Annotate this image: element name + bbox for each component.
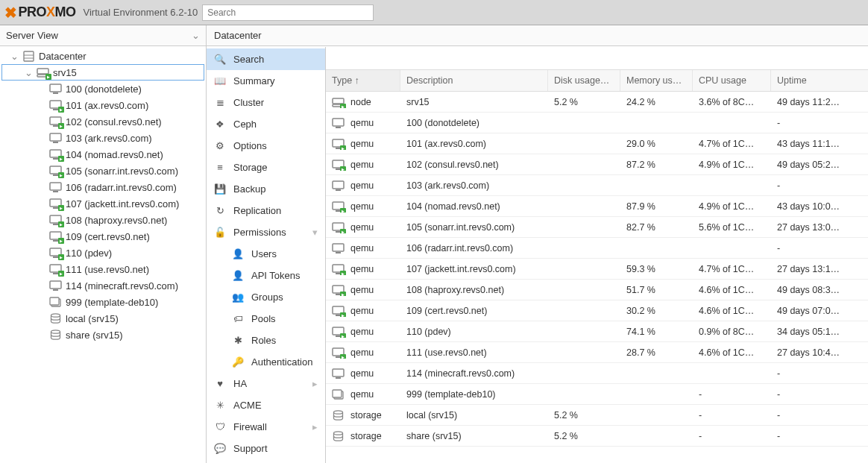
col-header-type[interactable]: Type ↑ — [326, 70, 400, 91]
menu-item-support[interactable]: 💬Support — [207, 438, 325, 459]
tree-item[interactable]: 105 (sonarr.int.revs0.com) — [0, 163, 206, 179]
cell-memory: 24.2 % — [620, 97, 693, 107]
table-row[interactable]: qemu106 (radarr.int.revs0.com)- — [326, 238, 868, 259]
menu-item-summary[interactable]: 📖Summary — [207, 70, 325, 92]
menu-item-search[interactable]: 🔍Search — [207, 48, 325, 70]
table-row[interactable]: qemu111 (use.revs0.net)28.7 %4.6% of 1C…… — [326, 342, 868, 363]
tree-item[interactable]: 999 (template-deb10) — [0, 294, 206, 310]
tree-item-label: share (srv15) — [66, 330, 123, 341]
menu-item-backup[interactable]: 💾Backup — [207, 178, 325, 200]
menu-item-users[interactable]: 👤Users — [207, 243, 325, 265]
tree-item[interactable]: local (srv15) — [0, 310, 206, 327]
cell-uptime: 49 days 11:2… — [771, 97, 849, 107]
tree-item-label: 110 (pdev) — [66, 248, 112, 259]
breadcrumb-text: Datacenter — [214, 30, 262, 41]
menu-item-cluster[interactable]: ≣Cluster — [207, 92, 325, 113]
menu-item-authentication[interactable]: 🔑Authentication — [207, 351, 325, 373]
tree-item[interactable]: ⌄Datacenter — [0, 48, 206, 64]
cell-description: 109 (cert.revs0.net) — [400, 306, 548, 316]
cell-description: 114 (minecraft.revs0.com) — [400, 368, 548, 379]
table-row[interactable]: qemu100 (donotdelete)- — [326, 113, 868, 133]
table-row[interactable]: qemu105 (sonarr.int.revs0.com)82.7 %5.6%… — [326, 217, 868, 238]
menu-item-roles[interactable]: ✱Roles — [207, 330, 325, 351]
menu-item-pools[interactable]: 🏷Pools — [207, 308, 325, 330]
ceph-icon: ❖ — [214, 119, 226, 130]
table-row[interactable]: qemu107 (jackett.int.revs0.com)59.3 %4.7… — [326, 259, 868, 280]
tree-item[interactable]: 111 (use.revs0.net) — [0, 261, 206, 277]
tree-item[interactable]: 108 (haproxy.revs0.net) — [0, 212, 206, 228]
global-search-input[interactable] — [202, 4, 374, 21]
cell-memory: 29.0 % — [620, 139, 693, 149]
tree-item[interactable]: 102 (consul.revs0.net) — [0, 113, 206, 130]
view-select[interactable]: Server View ⌄ — [0, 25, 206, 46]
vm-icon — [332, 242, 345, 254]
tree-item[interactable]: 101 (ax.revs0.com) — [0, 97, 206, 113]
col-header-memory[interactable]: Memory us… — [620, 70, 693, 91]
table-row[interactable]: qemu104 (nomad.revs0.net)87.9 %4.9% of 1… — [326, 196, 868, 217]
table-row[interactable]: qemu103 (ark.revs0.com)- — [326, 175, 868, 196]
cell-memory: 82.7 % — [620, 222, 693, 233]
table-row[interactable]: qemu102 (consul.revs0.net)87.2 %4.9% of … — [326, 154, 868, 175]
tree-item[interactable]: 107 (jackett.int.revs0.com) — [0, 195, 206, 212]
table-row[interactable]: storageshare (srv15)5.2 %-- — [326, 426, 868, 447]
table-row[interactable]: qemu999 (template-deb10)-- — [326, 384, 868, 405]
tree-item[interactable]: ⌄srv15 — [1, 64, 204, 81]
tree-item-label: 106 (radarr.int.revs0.com) — [66, 182, 177, 193]
menu-item-label: Options — [233, 140, 267, 151]
table-row[interactable]: qemu101 (ax.revs0.com)29.0 %4.7% of 1C…4… — [326, 133, 868, 154]
menu-item-acme[interactable]: ✳ACME — [207, 394, 325, 416]
tree-item-label: 105 (sonarr.int.revs0.com) — [66, 166, 178, 177]
table-row[interactable]: qemu108 (haproxy.revs0.net)51.7 %4.6% of… — [326, 280, 868, 300]
tree-item[interactable]: 114 (minecraft.revs0.com) — [0, 277, 206, 294]
table-row[interactable]: qemu110 (pdev)74.1 %0.9% of 8C…34 days 0… — [326, 321, 868, 342]
table-row[interactable]: qemu109 (cert.revs0.net)30.2 %4.6% of 1C… — [326, 300, 868, 321]
tag-icon: 🏷 — [232, 313, 244, 324]
version-label: Virtual Environment 6.2-10 — [84, 7, 198, 18]
heart-icon: ♥ — [214, 378, 226, 389]
col-header-disk[interactable]: Disk usage… — [548, 70, 620, 91]
tree-item-label: 107 (jackett.int.revs0.com) — [66, 198, 179, 210]
tree-item[interactable]: 109 (cert.revs0.net) — [0, 228, 206, 245]
menu-item-options[interactable]: ⚙Options — [207, 135, 325, 157]
menu-item-permissions[interactable]: 🔓Permissions▾ — [207, 221, 325, 243]
tree-item-label: 109 (cert.revs0.net) — [66, 231, 150, 242]
cell-cpu: 4.9% of 1C… — [693, 160, 771, 170]
menu-item-ha[interactable]: ♥HA▸ — [207, 373, 325, 394]
col-header-cpu[interactable]: CPU usage — [693, 70, 771, 91]
tree-item[interactable]: 103 (ark.revs0.com) — [0, 130, 206, 146]
tree-item[interactable]: 100 (donotdelete) — [0, 81, 206, 97]
menu-item-replication[interactable]: ↻Replication — [207, 200, 325, 221]
menu-item-groups[interactable]: 👥Groups — [207, 286, 325, 308]
left-panel: Server View ⌄ ⌄Datacenter⌄srv15100 (dono… — [0, 25, 207, 463]
cell-type: qemu — [326, 368, 400, 379]
col-header-uptime[interactable]: Uptime — [771, 70, 849, 91]
cell-memory: 87.9 % — [620, 201, 693, 212]
tree-item-label: 104 (nomad.revs0.net) — [66, 149, 163, 160]
table-row[interactable]: qemu114 (minecraft.revs0.com)- — [326, 363, 868, 384]
tree-toggle-icon[interactable]: ⌄ — [23, 67, 34, 78]
col-header-description[interactable]: Description — [400, 70, 548, 91]
table-row[interactable]: nodesrv155.2 %24.2 %3.6% of 8C…49 days 1… — [326, 92, 868, 113]
menu-item-firewall[interactable]: 🛡Firewall▸ — [207, 416, 325, 438]
tree-toggle-icon[interactable]: ⌄ — [9, 51, 19, 62]
menu-item-api-tokens[interactable]: 👤API Tokens — [207, 265, 325, 286]
tree-item[interactable]: 104 (nomad.revs0.net) — [0, 146, 206, 163]
cell-cpu: 4.6% of 1C… — [693, 306, 771, 316]
menu-item-ceph[interactable]: ❖Ceph — [207, 113, 325, 135]
shield-icon: 🛡 — [214, 421, 226, 432]
tree-item[interactable]: 110 (pdev) — [0, 245, 206, 261]
vm-icon — [332, 305, 345, 317]
menu-item-storage[interactable]: ≡Storage — [207, 157, 325, 178]
cell-type: qemu — [326, 305, 400, 317]
cell-description: 105 (sonarr.int.revs0.com) — [400, 222, 548, 233]
tree-item[interactable]: 106 (radarr.int.revs0.com) — [0, 179, 206, 195]
cell-uptime: - — [771, 410, 849, 421]
search-grid: Type ↑ Description Disk usage… Memory us… — [326, 47, 868, 463]
menu-item-label: Replication — [233, 205, 281, 216]
cell-description: 111 (use.revs0.net) — [400, 347, 548, 358]
tree-item[interactable]: share (srv15) — [0, 327, 206, 343]
table-row[interactable]: storagelocal (srv15)5.2 %-- — [326, 405, 868, 426]
cell-uptime: 43 days 11:1… — [771, 139, 849, 149]
logo-text: X — [46, 4, 55, 20]
menu-item-label: ACME — [233, 400, 262, 411]
